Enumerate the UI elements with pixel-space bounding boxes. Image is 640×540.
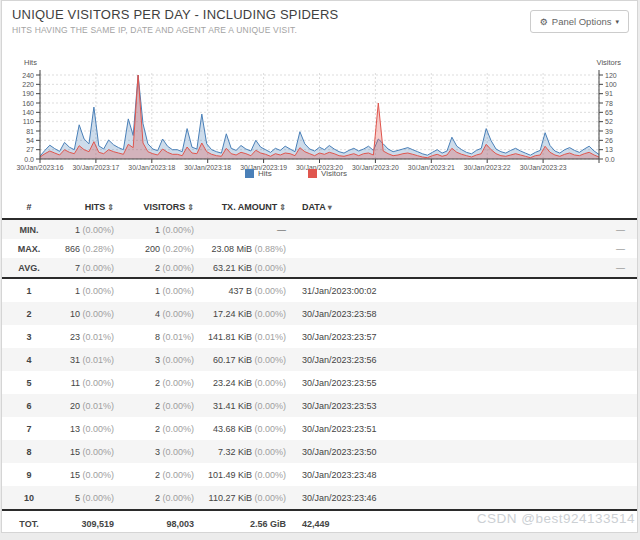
row-number: 7 (2, 417, 56, 440)
left-axis-tick-label: 160 (22, 100, 34, 107)
visitors-legend-label: Visitors (321, 169, 347, 178)
percent: (0.00%) (252, 309, 286, 319)
visitors-cell: 200 (0.20%) (120, 239, 200, 258)
data-cell: 30/Jan/2023:23:58 (292, 302, 637, 325)
percent: (0.00%) (252, 355, 286, 365)
percent: (0.28%) (80, 244, 114, 254)
table-row[interactable]: 11 (0.00%)1 (0.00%)437 B (0.00%)31/Jan/2… (2, 278, 637, 302)
tx-amount-cell: 43.68 KiB (0.00%) (200, 417, 292, 440)
x-axis-tick-label: 30/Jan/2023:17 (72, 164, 119, 171)
visitors-cell: 1 (0.00%) (120, 219, 200, 239)
value: 13 (70, 424, 80, 434)
table-row[interactable]: 511 (0.00%)2 (0.00%)23.24 KiB (0.00%)30/… (2, 371, 637, 394)
percent: (0.00%) (160, 401, 194, 411)
data-cell: 30/Jan/2023:23:50 (292, 440, 637, 463)
tx-amount-cell: 141.81 KiB (0.01%) (200, 325, 292, 348)
x-axis-tick-label: 30/Jan/2023:20 (352, 164, 399, 171)
visitors-cell: 2 (0.00%) (120, 463, 200, 486)
value: 17.24 KiB (213, 309, 252, 319)
percent: (0.00%) (160, 424, 194, 434)
hits-cell: 20 (0.01%) (56, 394, 120, 417)
table-row[interactable]: 210 (0.00%)4 (0.00%)17.24 KiB (0.00%)30/… (2, 302, 637, 325)
percent: (0.00%) (160, 493, 194, 503)
hits-cell: 23 (0.01%) (56, 325, 120, 348)
percent: (0.00%) (80, 225, 114, 235)
left-axis-tick-label: 81 (26, 128, 34, 135)
sort-icon[interactable]: ⇕ (279, 203, 286, 212)
tx-amount-cell: 437 B (0.00%) (200, 278, 292, 302)
data-cell: — (292, 219, 637, 239)
percent: (0.20%) (160, 244, 194, 254)
tx-amount-cell: 17.24 KiB (0.00%) (200, 302, 292, 325)
percent: (0.00%) (80, 470, 114, 480)
table-row[interactable]: 915 (0.00%)2 (0.00%)101.49 KiB (0.00%)30… (2, 463, 637, 486)
sort-caret-icon[interactable]: ▾ (328, 203, 332, 212)
tx-amount-cell: 7.32 KiB (0.00%) (200, 440, 292, 463)
right-axis-tick-label: 39 (605, 128, 613, 135)
row-label: MIN. (2, 219, 56, 239)
tx-amount-cell: 101.49 KiB (0.00%) (200, 463, 292, 486)
sort-icon[interactable]: ⇕ (107, 203, 114, 212)
table-row[interactable]: 815 (0.00%)3 (0.00%)7.32 KiB (0.00%)30/J… (2, 440, 637, 463)
value: 437 B (228, 286, 252, 296)
visitors-chart[interactable]: 2401202201001909116078140651105281395426… (2, 56, 640, 172)
column-header-visitors[interactable]: VISITORS⇕ (120, 196, 200, 219)
column-header-data[interactable]: DATA▾ (292, 196, 637, 219)
percent: (0.00%) (160, 263, 194, 273)
hits-line[interactable] (40, 75, 599, 156)
table-row[interactable]: 620 (0.01%)2 (0.00%)31.41 KiB (0.00%)30/… (2, 394, 637, 417)
value: 31 (70, 355, 80, 365)
table-row[interactable]: 713 (0.00%)2 (0.00%)43.68 KiB (0.00%)30/… (2, 417, 637, 440)
table-row[interactable]: 105 (0.00%)2 (0.00%)110.27 KiB (0.00%)30… (2, 486, 637, 510)
visitors-legend-swatch (308, 169, 317, 178)
visitors-cell: 1 (0.00%) (120, 278, 200, 302)
column-header-#[interactable]: # (2, 196, 56, 219)
sort-icon[interactable]: ⇕ (187, 203, 194, 212)
x-axis-tick-label: 30/Jan/2023:16 (17, 164, 64, 171)
percent: (0.00%) (80, 286, 114, 296)
hits-cell: 1 (0.00%) (56, 278, 120, 302)
value: 63.21 KiB (213, 263, 252, 273)
percent: (0.00%) (252, 286, 286, 296)
hits-cell: 15 (0.00%) (56, 440, 120, 463)
percent: (0.00%) (160, 355, 194, 365)
hits-cell: 31 (0.01%) (56, 348, 120, 371)
percent: (0.00%) (160, 286, 194, 296)
panel-options-label: Panel Options (552, 16, 612, 27)
row-number: 5 (2, 371, 56, 394)
percent: (0.01%) (80, 401, 114, 411)
unique-visitors-panel: UNIQUE VISITORS PER DAY - INCLUDING SPID… (1, 0, 638, 533)
percent: (0.88%) (252, 244, 286, 254)
table-row[interactable]: 431 (0.01%)3 (0.00%)60.17 KiB (0.00%)30/… (2, 348, 637, 371)
legend-item-hits[interactable]: Hits (245, 169, 272, 178)
value: 23.08 MiB (211, 244, 252, 254)
value: 23.24 KiB (213, 378, 252, 388)
legend-item-visitors[interactable]: Visitors (308, 169, 347, 178)
percent: (0.01%) (160, 332, 194, 342)
percent: (0.00%) (252, 447, 286, 457)
percent: (0.00%) (252, 378, 286, 388)
hits-cell: 866 (0.28%) (56, 239, 120, 258)
column-label: # (26, 202, 31, 212)
value: 866 (65, 244, 80, 254)
visitors-cell: 2 (0.00%) (120, 258, 200, 278)
row-number: 2 (2, 302, 56, 325)
panel-options-button[interactable]: ⚙ Panel Options ▾ (530, 10, 629, 33)
left-axis-tick-label: 54 (26, 137, 34, 144)
percent: (0.00%) (252, 493, 286, 503)
tx-amount-cell: 31.41 KiB (0.00%) (200, 394, 292, 417)
csdn-watermark: CSDN @best924133514 (477, 511, 635, 526)
hits-cell: 7 (0.00%) (56, 258, 120, 278)
table-row[interactable]: 323 (0.01%)8 (0.01%)141.81 KiB (0.01%)30… (2, 325, 637, 348)
column-label: DATA (302, 202, 326, 212)
percent: (0.00%) (160, 378, 194, 388)
hits-legend-swatch (245, 169, 254, 178)
row-label: MAX. (2, 239, 56, 258)
visitors-cell: 3 (0.00%) (120, 440, 200, 463)
column-header-hits[interactable]: HITS⇕ (56, 196, 120, 219)
value: 110.27 KiB (209, 493, 252, 503)
percent: (0.00%) (252, 424, 286, 434)
column-header-tx-amount[interactable]: TX. AMOUNT⇕ (200, 196, 292, 219)
tx-amount-cell: 110.27 KiB (0.00%) (200, 486, 292, 510)
left-axis-tick-label: 220 (22, 81, 34, 88)
